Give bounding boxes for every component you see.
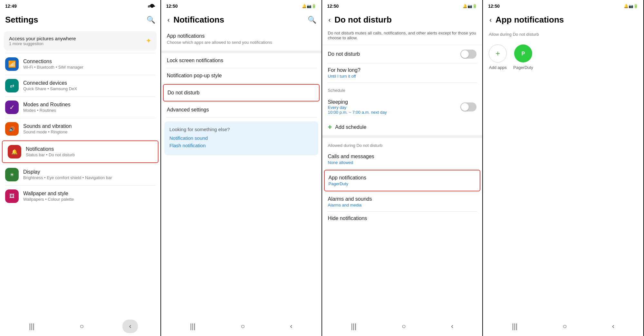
popup-style-title: Notification pop-up style: [167, 73, 316, 79]
settings-title: Settings: [5, 15, 38, 25]
settings-display[interactable]: ☀ Display Brightness • Eye comfort shiel…: [0, 164, 160, 185]
dnd-toggle[interactable]: [460, 50, 476, 59]
dnd-header: ‹ Do not disturb: [322, 12, 483, 29]
notif-sound-link[interactable]: Notification sound: [169, 135, 313, 141]
add-apps-icon: +: [489, 44, 507, 62]
divider: [166, 117, 316, 118]
svg-text:P: P: [522, 51, 525, 56]
status-bar-2: 12:50 🔔📷🔋: [161, 0, 322, 12]
settings-wallpaper[interactable]: 🖼 Wallpaper and style Wallpapers • Colou…: [0, 186, 160, 207]
sleeping-toggle[interactable]: [460, 102, 476, 111]
notif-popup-style[interactable]: Notification pop-up style: [161, 68, 322, 83]
search-icon[interactable]: 🔍: [147, 16, 155, 24]
for-how-long-sub: Until I turn it off: [328, 74, 360, 79]
lock-screen-notif[interactable]: Lock screen notifications: [161, 53, 322, 68]
sleeping-title: Sleeping: [328, 99, 461, 105]
settings-sounds[interactable]: 🔊 Sounds and vibration Sound mode • Ring…: [0, 118, 160, 139]
schedule-label: Schedule: [322, 83, 483, 95]
dnd-toggle-title: Do not disturb: [328, 51, 461, 57]
lock-screen-title: Lock screen notifications: [167, 58, 316, 63]
nav-menu-1[interactable]: |||: [23, 320, 41, 333]
app-notif-page-title: App notifications: [495, 15, 564, 25]
nav-menu-2[interactable]: |||: [184, 320, 202, 333]
dnd-title: Do not disturb: [168, 90, 315, 96]
do-not-disturb-item[interactable]: Do not disturb: [164, 85, 319, 101]
advanced-settings-title: Advanced settings: [167, 107, 316, 113]
status-icons-2: 🔔📷🔋: [302, 4, 316, 8]
settings-modes[interactable]: ✓ Modes and Routines Modes • Routines: [0, 97, 160, 118]
panel-dnd: 12:50 🔔📷🔋 ‹ Do not disturb Do not distur…: [322, 0, 483, 336]
suggestion-banner[interactable]: Access your pictures anywhere 1 more sug…: [4, 31, 157, 51]
app-notif-title: App notifications: [167, 33, 316, 39]
notif-back-btn[interactable]: ‹: [166, 15, 171, 25]
modes-text: Modes and Routines Modes • Routines: [23, 102, 155, 113]
flash-notif-link[interactable]: Flash notification: [169, 143, 313, 148]
connections-sub: Wi-Fi • Bluetooth • SIM manager: [23, 65, 155, 70]
hide-notif-title: Hide notifications: [328, 216, 367, 221]
calls-messages-sub: None allowed: [328, 160, 374, 165]
app-notif-header[interactable]: App notifications Choose which apps are …: [161, 29, 322, 53]
hide-notifications[interactable]: Hide notifications: [322, 212, 483, 225]
nav-back-4[interactable]: ‹: [606, 320, 621, 333]
nav-back-1[interactable]: ‹: [122, 320, 138, 333]
hide-notif-text: Hide notifications: [328, 216, 367, 221]
calls-messages[interactable]: Calls and messages None allowed: [322, 150, 483, 169]
alarms-sounds-text: Alarms and sounds Alarms and media: [328, 196, 372, 207]
nav-bar-3: ||| ○ ‹: [322, 317, 483, 336]
modes-sub: Modes • Routines: [23, 108, 155, 113]
time-2: 12:50: [166, 4, 178, 9]
pagerduty-icon: P: [514, 44, 532, 62]
status-icons-1: ⌀🅟•: [148, 4, 155, 8]
app-notif-back-btn[interactable]: ‹: [488, 15, 493, 25]
nav-home-2[interactable]: ○: [234, 320, 251, 333]
settings-connected-devices[interactable]: ⇄ Connected devices Quick Share • Samsun…: [0, 75, 160, 96]
dnd-title-header: Do not disturb: [334, 15, 392, 25]
nav-home-1[interactable]: ○: [73, 320, 90, 333]
display-text: Display Brightness • Eye comfort shield …: [23, 169, 155, 180]
allow-during-dnd-label: Allow during Do not disturb: [483, 29, 643, 39]
divider-thick: [322, 135, 483, 138]
calls-messages-text: Calls and messages None allowed: [328, 154, 374, 165]
add-schedule-label: Add schedule: [335, 124, 366, 130]
advanced-settings[interactable]: Advanced settings: [161, 102, 322, 117]
divider: [327, 169, 477, 169]
notifications-text: Notifications Status bar • Do not distur…: [26, 146, 153, 157]
sounds-icon: 🔊: [5, 122, 19, 136]
dnd-back-btn[interactable]: ‹: [327, 15, 332, 25]
alarms-sounds[interactable]: Alarms and sounds Alarms and media: [322, 192, 483, 211]
add-schedule-icon: +: [328, 123, 332, 131]
notif-search-icon[interactable]: 🔍: [308, 16, 316, 24]
add-schedule-btn[interactable]: + Add schedule: [322, 119, 483, 135]
panel-notifications: 12:50 🔔📷🔋 ‹ Notifications 🔍 App notifica…: [161, 0, 322, 336]
nav-home-4[interactable]: ○: [556, 320, 573, 333]
app-notif-sub: Choose which apps are allowed to send yo…: [167, 40, 316, 45]
pagerduty-item[interactable]: P PagerDuty: [513, 44, 533, 70]
display-icon: ☀: [5, 168, 19, 181]
status-bar-3: 12:50 🔔📷🔋: [322, 0, 483, 12]
time-4: 12:50: [488, 4, 500, 9]
connected-devices-icon: ⇄: [5, 79, 19, 92]
nav-home-3[interactable]: ○: [395, 320, 412, 333]
settings-connections[interactable]: 📶 Connections Wi-Fi • Bluetooth • SIM ma…: [0, 53, 160, 75]
pagerduty-label: PagerDuty: [513, 65, 533, 70]
nav-back-2[interactable]: ‹: [284, 320, 299, 333]
nav-back-3[interactable]: ‹: [445, 320, 460, 333]
nav-menu-3[interactable]: |||: [344, 320, 363, 333]
panel-settings: 12:49 ⌀🅟• Settings 🔍 Access your picture…: [0, 0, 161, 336]
app-grid: + Add apps P PagerDuty: [483, 39, 643, 75]
settings-notifications[interactable]: 🔔 Notifications Status bar • Do not dist…: [3, 141, 158, 162]
connections-icon: 📶: [5, 57, 19, 71]
looking-title: Looking for something else?: [169, 127, 313, 132]
sounds-text: Sounds and vibration Sound mode • Ringto…: [23, 123, 155, 134]
app-notif-dnd[interactable]: App notifications PagerDuty: [325, 170, 480, 191]
connected-devices-sub: Quick Share • Samsung DeX: [23, 86, 155, 91]
nav-menu-4[interactable]: |||: [505, 320, 524, 333]
for-how-long[interactable]: For how long? Until I turn it off: [322, 63, 483, 82]
app-notif-dnd-text: App notifications PagerDuty: [329, 175, 366, 186]
dnd-description: Do not disturb mutes all calls, notifica…: [328, 31, 477, 40]
add-apps-item[interactable]: + Add apps: [489, 44, 507, 70]
app-notif-header-left: ‹ App notifications: [488, 15, 564, 25]
suggestion-title: Access your pictures anywhere: [9, 36, 146, 41]
divider: [166, 83, 316, 83]
panel-app-notifications: 12:50 🔔📷🔋 ‹ App notifications Allow duri…: [483, 0, 644, 336]
